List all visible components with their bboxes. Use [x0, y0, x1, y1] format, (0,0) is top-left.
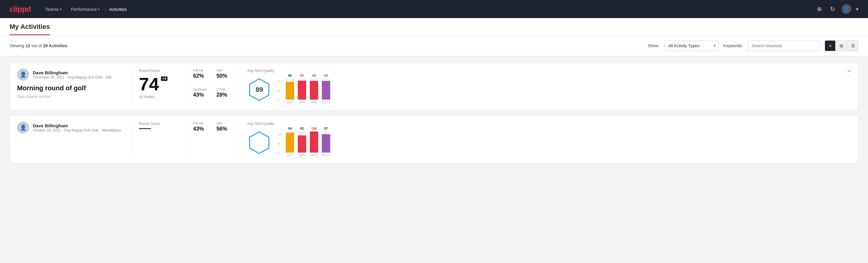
nav-teams-label: Teams: [45, 7, 59, 12]
user-avatar-nav[interactable]: 👤: [841, 4, 851, 14]
round-score-partial: [139, 128, 151, 129]
bar-chart: 100 50 0 85 OTT: [277, 80, 330, 104]
nav-activities-label: Activities: [109, 7, 127, 12]
bar-arg-wrapper: [310, 79, 318, 99]
activity-card: 👤 Dave Billingham December 05, 2021 · Go…: [10, 62, 858, 111]
bar-arg-fill: [310, 81, 318, 99]
bar-putt-wrapper: [322, 79, 330, 99]
bar-app-label: 90: [300, 74, 304, 77]
bar-arg: 89 ARG: [310, 74, 318, 104]
view-grid-button[interactable]: ⊞: [836, 40, 847, 51]
add-icon[interactable]: ⊕: [815, 5, 824, 13]
bar-app-label-2: 82: [300, 127, 304, 130]
card-user: 👤 Dave Billingham December 05, 2021 · Go…: [17, 68, 131, 81]
round-score-label: Round Score: [139, 68, 178, 73]
bar-putt-fill: [322, 81, 330, 99]
bar-arg-fill-2: [310, 132, 318, 152]
round-score-label-2: Round Score: [139, 122, 178, 126]
bar-arg-wrapper-2: [310, 132, 318, 152]
user-name-2: Dave Billingham: [33, 123, 121, 128]
hexagon-shape: 89: [247, 78, 271, 102]
round-score-value: 74 +4: [139, 75, 178, 93]
user-details: Dave Billingham December 05, 2021 · Gog …: [33, 70, 111, 80]
bar-ott-wrapper-2: [286, 132, 294, 152]
view-compact-button[interactable]: ☰: [847, 40, 858, 51]
nav-performance[interactable]: Performance ▾: [71, 5, 99, 13]
user-date-2: October 16, 2021 · Gog Magog Golf Club -…: [33, 128, 121, 133]
navbar: clippd Teams ▾ Performance ▾ Activities …: [0, 0, 868, 18]
card-user-info-2: 👤 Dave Billingham October 16, 2021 · Gog…: [17, 122, 131, 157]
view-list-button[interactable]: ≡: [825, 40, 836, 51]
shot-quality-section-2: Avg Shot Quality 100 50: [240, 122, 366, 157]
bar-app-fill-2: [298, 136, 306, 152]
bar-app: 90 APP: [298, 74, 306, 104]
search-input[interactable]: [748, 40, 820, 51]
data-source: Data Source: Arccos: [17, 94, 131, 99]
round-score-section-2: Round Score: [131, 122, 186, 157]
shot-quality-inner: Avg Shot Quality 89: [247, 68, 359, 104]
stat-1putt: 1 Putt 28%: [217, 88, 233, 104]
stats-grid-2: FW Hit 43% GIR 56%: [186, 122, 240, 157]
viewing-label: Viewing: [10, 43, 24, 48]
user-details-2: Dave Billingham October 16, 2021 · Gog M…: [33, 123, 121, 133]
shot-quality-section: Avg Shot Quality 89: [240, 68, 366, 104]
holes-label: 18 Holes: [139, 94, 178, 99]
bar-ott-label: 85: [288, 74, 292, 77]
stat-fw-hit-2: FW Hit 43%: [193, 122, 209, 157]
score-badge: +4: [161, 77, 168, 81]
stat-fw-hit: FW Hit 62%: [193, 68, 209, 85]
bar-arg-2: 106 ARG: [310, 127, 318, 157]
bar-app-bottom: APP: [299, 101, 305, 104]
nav-activities[interactable]: Activities: [109, 5, 127, 13]
bar-ott: 85 OTT: [286, 74, 294, 104]
edit-button[interactable]: ✏: [845, 66, 855, 76]
bar-putt-bottom-2: PUTT: [322, 154, 330, 157]
stats-grid: FW Hit 62% GIR 50% Up/Down 43% 1 Putt 28…: [186, 68, 240, 104]
avatar: 👤: [17, 68, 29, 81]
bar-app-wrapper: [298, 79, 306, 99]
stat-gir: GIR 50%: [217, 68, 233, 85]
avatar-2: 👤: [17, 122, 29, 134]
user-date: December 05, 2021 · Gog Magog Golf Club …: [33, 75, 111, 80]
hexagon-container-2: [247, 130, 271, 155]
user-chevron-icon: ▾: [856, 6, 858, 12]
bar-chart-wrapper-2: 100 50 0 94 OTT: [277, 128, 330, 157]
round-score-section: Round Score 74 +4 18 Holes: [131, 68, 186, 104]
activity-card-2: 👤 Dave Billingham October 16, 2021 · Gog…: [10, 115, 858, 164]
bar-putt-fill-2: [322, 134, 330, 152]
bar-chart-wrapper: 100 50 0 85 OTT: [277, 75, 330, 104]
bar-app-bottom-2: APP: [299, 154, 305, 157]
toolbar: Viewing 12 out of 29 Activities Show: Al…: [0, 35, 868, 56]
bar-putt-label: 89: [324, 74, 328, 77]
y-axis-2: 100 50 0: [277, 133, 282, 154]
bar-putt-label-2: 87: [324, 127, 328, 130]
shot-quality-inner-2: Avg Shot Quality 100 50: [247, 122, 359, 157]
bar-ott-label-2: 94: [288, 127, 292, 130]
activity-title: Morning round of golf: [17, 84, 131, 92]
nav-teams[interactable]: Teams ▾: [45, 5, 61, 13]
bar-arg-bottom-2: ARG: [311, 154, 317, 157]
avg-shot-quality-label: Avg Shot Quality: [247, 68, 359, 73]
viewing-count: 12: [26, 43, 30, 48]
performance-chevron-icon: ▾: [98, 7, 99, 11]
activities-list: 👤 Dave Billingham December 05, 2021 · Go…: [0, 56, 868, 169]
bar-ott-fill-2: [286, 133, 294, 152]
bar-ott-wrapper: [286, 79, 294, 99]
bar-arg-label: 89: [312, 74, 316, 77]
activity-type-select-wrapper[interactable]: All Activity Types: [664, 40, 718, 51]
bar-putt: 89 PUTT: [322, 74, 330, 104]
page-title: My Activities: [10, 23, 50, 35]
hexagon-value: 89: [256, 86, 263, 94]
view-toggle: ≡ ⊞ ☰: [825, 40, 858, 51]
y-axis: 100 50 0: [277, 80, 282, 101]
keywords-label: Keywords:: [723, 43, 743, 48]
user-name: Dave Billingham: [33, 70, 111, 75]
nav-performance-label: Performance: [71, 7, 97, 12]
show-label: Show:: [648, 43, 659, 48]
viewing-count-text: Viewing 12 out of 29 Activities: [10, 43, 643, 48]
stat-gir-2: GIR 56%: [217, 122, 233, 157]
refresh-icon[interactable]: ↻: [828, 5, 837, 13]
bar-app-fill: [298, 81, 306, 99]
activity-type-select[interactable]: All Activity Types: [664, 40, 718, 51]
app-logo[interactable]: clippd: [10, 4, 31, 14]
